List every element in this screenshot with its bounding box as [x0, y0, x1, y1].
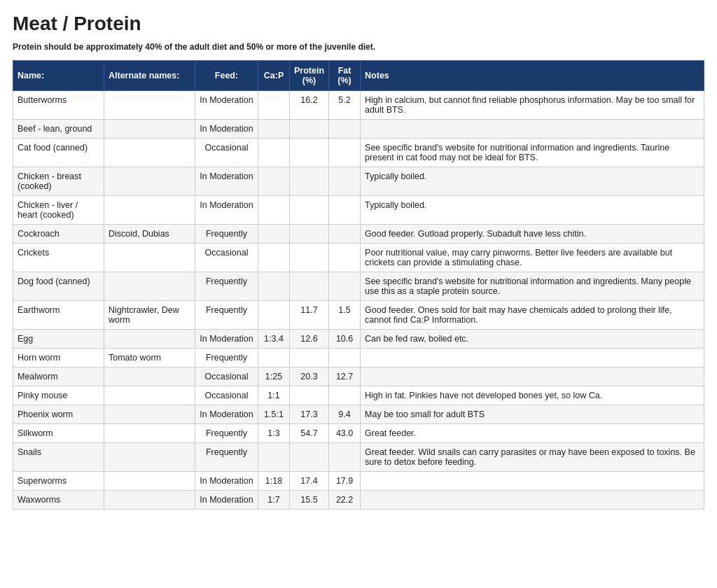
table-row: CockroachDiscoid, DubiasFrequentlyGood f… [13, 225, 704, 244]
header-alt: Alternate names: [104, 61, 195, 91]
table-row: Beef - lean, groundIn Moderation [13, 120, 704, 139]
table-row: WaxwormsIn Moderation1:715.522.2 [13, 491, 704, 510]
table-row: EggIn Moderation1:3.412.610.6Can be fed … [13, 330, 704, 349]
header-name: Name: [13, 61, 104, 91]
header-protein: Protein (%) [290, 61, 329, 91]
header-fat: Fat (%) [329, 61, 361, 91]
table-row: ButterwormsIn Moderation16.25.2High in c… [13, 91, 704, 120]
table-row: Chicken - liver / heart (cooked)In Moder… [13, 196, 704, 225]
table-row: Cat food (canned)OccasionalSee specific … [13, 139, 704, 167]
page-subtitle: Protein should be approximately 40% of t… [13, 42, 704, 52]
table-row: MealwormOccasional1:2520.312.7 [13, 368, 704, 386]
table-row: SnailsFrequentlyGreat feeder. Wild snail… [13, 443, 704, 472]
table-row: EarthwormNightcrawler, Dew wormFrequentl… [13, 301, 704, 330]
table-row: Dog food (canned)FrequentlySee specific … [13, 272, 704, 301]
protein-table: Name: Alternate names: Feed: Ca:P Protei… [13, 60, 704, 510]
table-row: SilkwormFrequently1:354.743.0Great feede… [13, 424, 704, 443]
header-feed: Feed: [195, 61, 258, 91]
header-notes: Notes [361, 61, 704, 91]
table-row: Pinky mouseOccasional1:1High in fat. Pin… [13, 386, 704, 405]
page-title: Meat / Protein [13, 13, 704, 35]
table-row: SuperwormsIn Moderation1:1817.417.9 [13, 472, 704, 491]
table-row: Phoenix wormIn Moderation1.5:117.39.4May… [13, 405, 704, 424]
table-row: CricketsOccasionalPoor nutritional value… [13, 244, 704, 272]
table-row: Horn wormTomato wormFrequently [13, 349, 704, 368]
header-cap: Ca:P [258, 61, 290, 91]
table-row: Chicken - breast (cooked)In ModerationTy… [13, 167, 704, 196]
